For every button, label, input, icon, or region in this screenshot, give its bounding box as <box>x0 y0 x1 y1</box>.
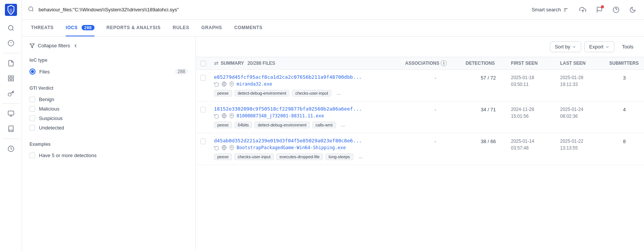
associations-info-icon[interactable]: i <box>441 60 447 66</box>
row-2-sync-icon <box>214 113 219 118</box>
undetected-checkbox[interactable] <box>29 125 35 131</box>
upload-icon[interactable] <box>577 5 588 15</box>
5detections-checkbox[interactable] <box>29 153 35 158</box>
row-2-tags: peexe 64bits detect-debug-environment ca… <box>214 122 405 128</box>
row-1-first-seen: 2025-01-18 03:50:11 <box>511 74 560 88</box>
filter-files-option[interactable]: Files 288 <box>29 67 188 76</box>
tag[interactable]: checks-user-input <box>234 153 274 160</box>
notification-dot <box>601 5 604 8</box>
sidebar-clock-icon[interactable] <box>4 142 18 156</box>
search-input[interactable] <box>39 7 524 12</box>
ioc-type-title: IoC type <box>29 58 188 63</box>
filter-suspicious-option[interactable]: Suspicious <box>29 114 188 123</box>
malicious-checkbox[interactable] <box>29 106 35 112</box>
logo[interactable] <box>4 3 18 17</box>
table-row[interactable]: e85279d45fcf95acf8ca1d2ca2c07656b211a9f4… <box>196 70 644 101</box>
collapse-filters-button[interactable]: Collapse filters <box>22 43 195 53</box>
sidebar-file-icon[interactable] <box>4 56 18 70</box>
row-3-last-seen-time: 13:13:55 <box>560 145 609 151</box>
row-2-first-seen-time: 15:01:56 <box>511 113 560 120</box>
row-2-checkbox-col <box>200 106 214 112</box>
tag[interactable]: peexe <box>214 153 232 160</box>
theme-icon[interactable] <box>627 5 638 15</box>
tag[interactable]: detect-debug-environment <box>234 90 289 97</box>
tag-more[interactable]: ... <box>356 153 365 160</box>
swap-icon[interactable]: ⇄ <box>214 60 218 66</box>
table-row[interactable]: d45ab0d352d221a239e019d3f04f5e85029a023e… <box>196 133 644 165</box>
help-icon[interactable] <box>611 5 621 15</box>
tab-iocs-label: IOCS <box>66 25 78 30</box>
row-1-submitters: 3 <box>609 74 639 81</box>
row-2-filename[interactable]: 01000087348_j732001-88311.11.exe <box>237 113 324 118</box>
sidebar-grid-icon[interactable] <box>4 72 18 85</box>
table-header: ⇄ Summary 20/288 Files Associations i De… <box>196 57 644 70</box>
filter-benign-option[interactable]: Benign <box>29 95 188 104</box>
summary-header-label: Summary 20/288 Files <box>221 61 275 66</box>
tag[interactable]: peexe <box>214 90 232 97</box>
row-2-last-seen-time: 08:02:36 <box>560 113 609 120</box>
smart-search-button[interactable]: Smart search <box>529 5 571 14</box>
sidebar-threat-icon[interactable] <box>4 36 18 50</box>
tag[interactable]: peexe <box>214 122 232 128</box>
filter-undetected-option[interactable]: Undetected <box>29 123 188 133</box>
export-label: Export <box>589 44 604 50</box>
tab-threats[interactable]: THREATS <box>31 20 54 36</box>
svg-rect-3 <box>8 76 10 78</box>
sidebar-book-icon[interactable] <box>4 122 18 136</box>
examples-title: Examples <box>29 142 188 147</box>
row-3-hash[interactable]: d45ab0d352d221a239e019d3f04f5e85029a023e… <box>214 138 405 143</box>
files-radio[interactable] <box>29 69 36 75</box>
tab-iocs[interactable]: IOCS 288 <box>66 20 94 36</box>
row-1-filename[interactable]: miranda32.exe <box>237 81 272 87</box>
row-3-submitters: 8 <box>609 138 639 144</box>
tag[interactable]: 64bits <box>234 122 252 128</box>
header-last-seen: Last seen <box>560 61 609 66</box>
gti-verdict-section: GTI Verdict Benign Malicious Suspicious <box>22 81 195 137</box>
sidebar-search-icon[interactable] <box>4 21 18 35</box>
tag[interactable]: long-sleeps <box>325 153 353 160</box>
tag-more[interactable]: ... <box>338 122 348 128</box>
filter-undetected-label: Undetected <box>39 125 188 131</box>
row-3-filename[interactable]: BootstrapPackagedGame-Win64-Shipping.exe <box>237 145 346 150</box>
table-row[interactable]: 18152e3302090c9f50518cf229877bfa92560b2a… <box>196 101 644 133</box>
select-all-checkbox[interactable] <box>200 61 206 66</box>
sidebar-monitor-icon[interactable] <box>4 107 18 120</box>
filter-suspicious-label: Suspicious <box>39 115 188 121</box>
tools-label: Tools <box>622 44 633 50</box>
tools-button[interactable]: Tools <box>618 42 638 52</box>
row-1-associations: - <box>405 74 466 81</box>
row-2-checkbox[interactable] <box>200 107 206 112</box>
row-3-sync-icon <box>214 145 219 150</box>
tag[interactable]: checks-user-input <box>292 90 331 97</box>
tab-reports[interactable]: REPORTS & ANALYSIS <box>107 20 161 36</box>
tag[interactable]: executes-dropped-file <box>276 153 323 160</box>
svg-point-7 <box>8 93 11 96</box>
tab-comments[interactable]: COMMENTS <box>234 20 263 36</box>
row-3-last-seen: 2025-01-22 13:13:55 <box>560 138 609 151</box>
header-submitters: Submitters <box>609 61 639 66</box>
topbar: Smart search <box>22 0 644 20</box>
row-1-hash[interactable]: e85279d45fcf95acf8ca1d2ca2c07656b211a9f4… <box>214 74 405 80</box>
tab-graphs[interactable]: GRAPHS <box>201 20 222 36</box>
filter-malicious-option[interactable]: Malicious <box>29 104 188 114</box>
sort-by-button[interactable]: Sort by <box>550 41 581 52</box>
row-2-hash[interactable]: 18152e3302090c9f50518cf229877bfa92560b2a… <box>214 106 405 112</box>
main-area: Smart search THREATS IOCS 28 <box>22 0 644 251</box>
row-1-last-seen-time: 19:11:33 <box>560 81 609 88</box>
suspicious-checkbox[interactable] <box>29 115 35 121</box>
tag-more[interactable]: ... <box>334 90 344 97</box>
filter-5detections-option[interactable]: Have 5 or more detections <box>29 151 188 160</box>
row-1-tags: peexe detect-debug-environment checks-us… <box>214 90 405 97</box>
row-3-checkbox[interactable] <box>200 139 206 144</box>
row-2-meta: 01000087348_j732001-88311.11.exe <box>214 113 405 118</box>
export-button[interactable]: Export <box>584 41 615 52</box>
row-1-sync-icon <box>214 81 219 87</box>
sidebar-key-icon[interactable] <box>4 87 18 100</box>
row-2-location-icon <box>229 113 234 118</box>
tab-rules[interactable]: RULES <box>173 20 189 36</box>
tag[interactable]: detect-debug-environment <box>254 122 310 128</box>
benign-checkbox[interactable] <box>29 97 35 102</box>
row-1-checkbox[interactable] <box>200 75 206 81</box>
flag-icon[interactable] <box>594 5 605 15</box>
tag[interactable]: calls-wmi <box>312 122 336 128</box>
